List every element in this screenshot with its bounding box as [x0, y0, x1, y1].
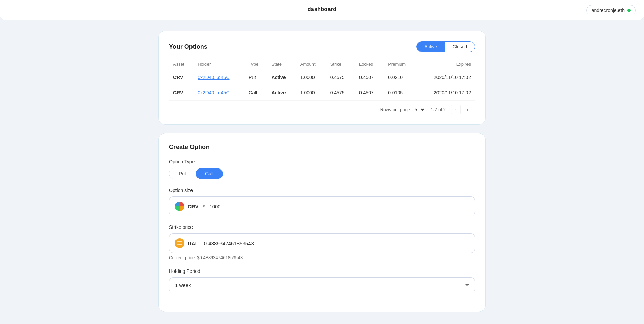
pagination: Rows per page: 5 10 25 1-2 of 2 ‹ ›: [169, 101, 475, 114]
col-type: Type: [245, 59, 267, 70]
wallet-status-dot: [627, 9, 631, 12]
prev-page-button[interactable]: ‹: [451, 105, 461, 114]
option-type-label: Option Type: [169, 159, 475, 164]
your-options-title: Your Options: [169, 43, 208, 50]
col-locked: Locked: [355, 59, 384, 70]
option-size-section: Option size CRV ▼: [169, 188, 475, 216]
col-expires: Expires: [417, 59, 475, 70]
table-header-row: Asset Holder Type State Amount Strike Lo…: [169, 59, 475, 70]
create-option-card: Create Option Option Type Put Call Optio…: [158, 133, 486, 312]
nav-title: dashboard: [308, 6, 337, 14]
cell-holder[interactable]: 0x2D40...d45C: [194, 85, 245, 101]
options-table: Asset Holder Type State Amount Strike Lo…: [169, 59, 475, 101]
rows-per-page-label: Rows per page:: [380, 107, 411, 112]
holding-period-select[interactable]: 1 week 2 weeks 1 month 3 months: [169, 277, 475, 293]
cell-amount: 1.0000: [296, 70, 326, 85]
strike-price-input[interactable]: [204, 240, 469, 246]
page-info: 1-2 of 2: [431, 107, 446, 112]
cell-asset: CRV: [169, 70, 194, 85]
cell-holder[interactable]: 0x2D40...d45C: [194, 70, 245, 85]
table-row: CRV 0x2D40...d45C Put Active 1.0000 0.45…: [169, 70, 475, 85]
col-holder: Holder: [194, 59, 245, 70]
wallet-address: andrecronje.eth: [592, 8, 625, 13]
active-tab-button[interactable]: Active: [417, 42, 445, 52]
strike-price-token: DAI: [188, 240, 197, 246]
col-state: State: [267, 59, 296, 70]
cell-state: Active: [267, 85, 296, 101]
current-price-info: Current price: $0.4889347461853543: [169, 255, 475, 260]
cell-type: Put: [245, 70, 267, 85]
create-option-title: Create Option: [169, 144, 475, 151]
strike-price-label: Strike price: [169, 224, 475, 230]
strike-price-field[interactable]: DAI: [169, 233, 475, 253]
cell-locked: 0.4507: [355, 70, 384, 85]
dai-token-icon: [175, 238, 184, 248]
cell-premium: 0.0210: [384, 70, 417, 85]
call-button[interactable]: Call: [196, 168, 223, 179]
holding-period-label: Holding Period: [169, 268, 475, 274]
rows-per-page-control: Rows per page: 5 10 25: [380, 107, 425, 113]
page-navigation: ‹ ›: [451, 105, 472, 114]
crv-token-icon: [175, 202, 184, 211]
cell-locked: 0.4507: [355, 85, 384, 101]
table-row: CRV 0x2D40...d45C Call Active 1.0000 0.4…: [169, 85, 475, 101]
wallet-badge[interactable]: andrecronje.eth: [586, 5, 636, 15]
rows-per-page-select[interactable]: 5 10 25: [413, 107, 425, 113]
cell-type: Call: [245, 85, 267, 101]
top-navigation: dashboard andrecronje.eth: [0, 0, 644, 20]
cell-expires: 2020/11/10 17:02: [417, 70, 475, 85]
put-button[interactable]: Put: [169, 168, 196, 179]
cell-state: Active: [267, 70, 296, 85]
closed-tab-button[interactable]: Closed: [445, 42, 475, 52]
cell-strike: 0.4575: [326, 85, 355, 101]
col-premium: Premium: [384, 59, 417, 70]
cell-expires: 2020/11/10 17:02: [417, 85, 475, 101]
your-options-card: Your Options Active Closed Asset Holder …: [158, 31, 486, 125]
options-section-header: Your Options Active Closed: [169, 41, 475, 52]
col-asset: Asset: [169, 59, 194, 70]
cell-premium: 0.0105: [384, 85, 417, 101]
options-toggle-group: Active Closed: [416, 41, 475, 52]
token-dropdown-arrow[interactable]: ▼: [202, 204, 206, 209]
option-size-field[interactable]: CRV ▼: [169, 196, 475, 216]
option-type-toggle: Put Call: [169, 168, 223, 179]
main-content: Your Options Active Closed Asset Holder …: [152, 20, 492, 324]
next-page-button[interactable]: ›: [463, 105, 472, 114]
holding-period-section: Holding Period 1 week 2 weeks 1 month 3 …: [169, 268, 475, 293]
cell-asset: CRV: [169, 85, 194, 101]
option-size-token: CRV: [188, 204, 198, 209]
cell-amount: 1.0000: [296, 85, 326, 101]
option-size-input[interactable]: [209, 204, 469, 209]
cell-strike: 0.4575: [326, 70, 355, 85]
options-table-body: CRV 0x2D40...d45C Put Active 1.0000 0.45…: [169, 70, 475, 101]
strike-price-section: Strike price DAI Current price: $0.48893…: [169, 224, 475, 260]
option-size-label: Option size: [169, 188, 475, 193]
col-amount: Amount: [296, 59, 326, 70]
col-strike: Strike: [326, 59, 355, 70]
option-type-section: Option Type Put Call: [169, 159, 475, 179]
